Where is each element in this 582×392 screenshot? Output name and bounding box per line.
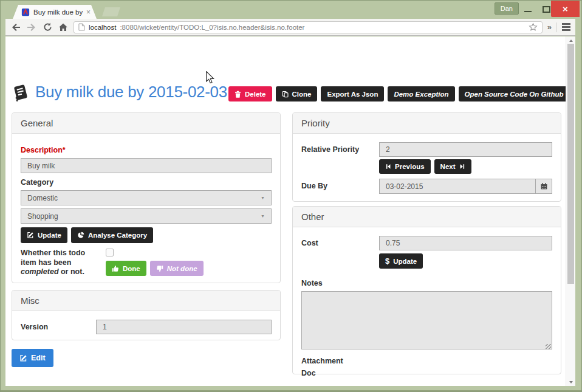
calendar-button[interactable] (535, 179, 552, 194)
pie-chart-icon (77, 232, 84, 239)
reload-button[interactable] (42, 22, 53, 33)
subcategory-select[interactable]: Shopping ▼ (21, 208, 272, 224)
not-done-button[interactable]: Not done (150, 261, 204, 276)
update-button[interactable]: Update (21, 227, 67, 243)
export-json-label: Export As Json (327, 91, 378, 98)
scroll-down-button[interactable] (566, 378, 575, 386)
new-tab-button[interactable] (102, 7, 120, 16)
next-button[interactable]: Next (434, 159, 471, 174)
dollar-icon: $ (385, 256, 389, 266)
mouse-cursor (205, 71, 214, 86)
todo-note-icon (12, 83, 30, 101)
not-done-label: Not done (167, 265, 197, 272)
home-button[interactable] (58, 22, 69, 33)
trash-icon (235, 91, 241, 98)
completed-checkbox[interactable] (106, 249, 114, 256)
browser-window: Buy milk due by 201 × Dan × localhost:80… (0, 0, 582, 392)
favicon-icon (21, 8, 30, 16)
edit-button[interactable]: Edit (12, 349, 53, 367)
demo-exception-label: Demo Exception (394, 91, 448, 98)
subcategory-select-value: Shopping (27, 212, 58, 221)
browser-tab[interactable]: Buy milk due by 201 × (13, 5, 97, 19)
cost-update-button[interactable]: $ Update (379, 253, 423, 269)
due-by-label: Due By (301, 179, 379, 190)
overflow-chevron-icon[interactable]: » (547, 22, 552, 32)
relative-priority-label: Relative Priority (301, 142, 379, 154)
toolbar-divider (556, 22, 557, 32)
analyse-category-label: Analyse Category (88, 232, 147, 239)
page-title: Buy milk due by 2015-02-03 (35, 83, 227, 101)
forward-button[interactable] (26, 22, 37, 33)
relative-priority-input[interactable] (379, 142, 552, 157)
category-select-value: Domestic (27, 194, 58, 202)
page-icon (78, 23, 85, 31)
version-input[interactable] (96, 320, 272, 334)
export-json-button[interactable]: Export As Json (321, 86, 384, 101)
github-label: Open Source Code On Github (465, 91, 564, 98)
demo-exception-button[interactable]: Demo Exception (388, 86, 454, 101)
clone-label: Clone (292, 91, 312, 98)
page-viewport: Buy milk due by 2015-02-03 Delete Clone (5, 36, 575, 386)
due-by-input[interactable] (379, 179, 535, 194)
other-panel-header: Other (293, 207, 561, 227)
step-forward-icon (459, 163, 465, 170)
bookmark-star-icon[interactable] (529, 22, 538, 32)
url-path: :8080/wicket/entity/TODO:L_0?isis.no.hea… (120, 24, 304, 31)
calendar-icon (540, 182, 548, 190)
back-button[interactable] (10, 22, 21, 33)
doc-label: Doc (301, 369, 552, 377)
cost-update-label: Update (393, 258, 417, 265)
address-bar[interactable]: localhost:8080/wicket/entity/TODO:L_0?is… (74, 21, 543, 33)
clone-button[interactable]: Clone (276, 86, 318, 101)
general-panel-header: General (12, 113, 280, 134)
misc-panel-header: Misc (12, 291, 280, 311)
thumbs-down-icon (156, 265, 163, 272)
next-label: Next (440, 163, 456, 170)
tab-title: Buy milk due by 201 (33, 9, 83, 16)
menu-button[interactable] (562, 23, 570, 31)
delete-label: Delete (245, 91, 266, 98)
chevron-down-icon: ▼ (261, 214, 265, 218)
cost-label: Cost (301, 236, 379, 247)
update-label: Update (38, 232, 61, 239)
cost-input[interactable] (379, 236, 552, 250)
description-input[interactable] (21, 158, 272, 173)
page-content: Buy milk due by 2015-02-03 Delete Clone (5, 36, 566, 386)
priority-panel: Priority Relative Priority Prev (292, 112, 561, 202)
previous-label: Previous (395, 163, 425, 170)
done-label: Done (123, 265, 140, 272)
category-select[interactable]: Domestic ▼ (21, 190, 272, 205)
general-panel: General Description* Category Domestic ▼… (12, 112, 281, 283)
scroll-thumb[interactable] (567, 44, 574, 284)
resize-handle[interactable] (546, 344, 551, 349)
category-label: Category (21, 178, 272, 187)
close-icon: × (563, 4, 568, 13)
analyse-category-button[interactable]: Analyse Category (71, 227, 153, 243)
done-button[interactable]: Done (106, 261, 146, 276)
completed-label: Whether this todo item has been complete… (21, 249, 97, 277)
copy-icon (282, 91, 289, 98)
browser-toolbar: localhost:8080/wicket/entity/TODO:L_0?is… (5, 19, 575, 36)
description-label: Description* (21, 146, 272, 154)
user-profile-button[interactable]: Dan (495, 2, 519, 15)
priority-panel-header: Priority (293, 113, 561, 134)
minimize-button[interactable] (519, 1, 536, 18)
url-host: localhost (89, 24, 116, 31)
pencil-square-icon (19, 354, 27, 362)
step-backward-icon (385, 163, 391, 170)
close-button[interactable]: × (551, 1, 580, 17)
delete-button[interactable]: Delete (228, 86, 272, 101)
edit-label: Edit (31, 354, 46, 362)
action-buttons: Delete Clone Export As Json Demo Excepti… (228, 86, 569, 101)
completed-section: Whether this todo item has been complete… (21, 249, 272, 277)
github-button[interactable]: Open Source Code On Github (459, 86, 570, 101)
version-label: Version (21, 320, 96, 331)
chevron-down-icon: ▼ (261, 196, 265, 200)
previous-button[interactable]: Previous (379, 159, 431, 174)
tab-close-icon[interactable]: × (86, 9, 91, 16)
scrollbar[interactable] (566, 36, 575, 386)
attachment-label: Attachment (301, 357, 552, 365)
misc-panel: Misc Version (12, 290, 281, 340)
notes-textarea[interactable] (301, 291, 552, 349)
titlebar: Buy milk due by 201 × Dan × (1, 1, 581, 19)
